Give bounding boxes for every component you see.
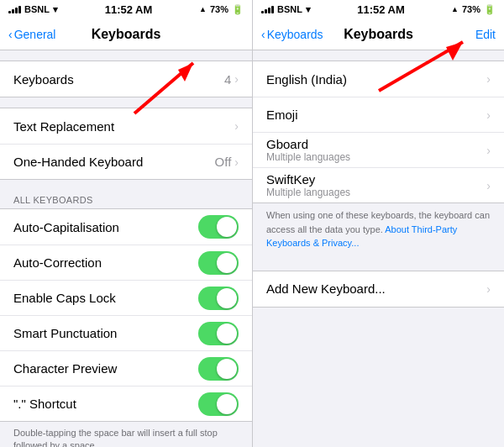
one-handed-value: Off — [215, 155, 232, 169]
emoji-label: Emoji — [266, 108, 486, 122]
signal-icon — [8, 5, 21, 13]
swiftkey-label: SwiftKey — [266, 172, 486, 187]
wifi-icon-2: ▾ — [306, 4, 311, 15]
back-button-2[interactable]: ‹ Keyboards — [261, 28, 323, 41]
emoji-cell[interactable]: Emoji › — [253, 97, 504, 132]
toggle-char-preview-switch[interactable] — [198, 357, 239, 381]
toggle-auto-cap[interactable]: Auto-Capitalisation — [0, 209, 252, 245]
one-handed-label: One-Handed Keyboard — [13, 155, 215, 169]
toggle-smart-punct-label: Smart Punctuation — [13, 326, 198, 340]
screen-2: BSNL ▾ 11:52 AM ▲ 73% 🔋 ‹ Keyboards Keyb… — [252, 0, 504, 447]
wifi-icon-1: ▾ — [53, 4, 58, 15]
keyboards-list-section: English (India) › Emoji › Gboard Multipl… — [253, 60, 504, 255]
one-handed-cell[interactable]: One-Handed Keyboard Off › — [0, 144, 252, 179]
status-right-1: ▲ 73% 🔋 — [199, 4, 244, 15]
gboard-chevron: › — [486, 144, 491, 157]
toggle-auto-corr[interactable]: Auto-Correction — [0, 245, 252, 280]
emoji-main: Emoji — [266, 108, 486, 122]
status-left-2: BSNL ▾ — [261, 4, 311, 15]
location-icon-2: ▲ — [451, 5, 459, 13]
english-india-cell[interactable]: English (India) › — [253, 61, 504, 97]
text-replacement-label: Text Replacement — [13, 119, 234, 134]
content-2: English (India) › Emoji › Gboard Multipl… — [253, 50, 504, 447]
signal-icon-2 — [261, 5, 274, 13]
top-section: Keyboards 4 › — [0, 60, 252, 97]
battery-label-1: 73% — [210, 4, 228, 14]
swiftkey-sublabel: Multiple languages — [266, 187, 486, 198]
toggle-caps-lock-switch[interactable] — [198, 287, 239, 310]
all-keyboards-header: ALL KEYBOARDS — [0, 195, 252, 208]
nav-title-1: Keyboards — [92, 27, 161, 42]
location-icon: ▲ — [199, 5, 207, 13]
status-left-1: BSNL ▾ — [8, 4, 58, 15]
toggle-auto-corr-switch[interactable] — [198, 251, 239, 275]
status-right-2: ▲ 73% 🔋 — [451, 4, 496, 15]
text-replacement-cell[interactable]: Text Replacement › — [0, 108, 252, 144]
status-bar-2: BSNL ▾ 11:52 AM ▲ 73% 🔋 — [253, 0, 504, 18]
add-keyboard-cell[interactable]: Add New Keyboard... › — [253, 271, 504, 307]
gboard-cell[interactable]: Gboard Multiple languages › — [253, 132, 504, 167]
gboard-label: Gboard — [266, 137, 486, 151]
toggle-smart-punct-switch[interactable] — [198, 322, 239, 345]
swiftkey-cell[interactable]: SwiftKey Multiple languages › — [253, 167, 504, 202]
all-keyboards-section: ALL KEYBOARDS Auto-Capitalisation Auto-C… — [0, 195, 252, 447]
carrier-label-2: BSNL — [277, 4, 302, 14]
toggle-smart-punct[interactable]: Smart Punctuation — [0, 315, 252, 350]
keyboards-cell-label: Keyboards — [13, 72, 224, 87]
middle-cell-group: Text Replacement › One-Handed Keyboard O… — [0, 108, 252, 180]
back-button-1[interactable]: ‹ General — [8, 28, 55, 41]
english-india-chevron: › — [486, 72, 491, 86]
back-label-2: Keyboards — [267, 28, 323, 41]
keyboards-cell-value: 4 — [224, 72, 231, 87]
privacy-text: When using one of these keyboards, the k… — [253, 203, 504, 255]
swiftkey-chevron: › — [486, 179, 491, 192]
keyboards-cell[interactable]: Keyboards 4 › — [0, 61, 252, 97]
nav-bar-2: ‹ Keyboards Keyboards Edit — [253, 18, 504, 50]
middle-section: Text Replacement › One-Handed Keyboard O… — [0, 108, 252, 180]
toggle-auto-corr-label: Auto-Correction — [13, 255, 198, 270]
battery-icon-2: 🔋 — [484, 4, 496, 15]
keyboard-footer: Double-tapping the space bar will insert… — [0, 422, 252, 447]
toggle-shortcut-label: "." Shortcut — [13, 397, 198, 411]
toggles-cell-group: Auto-Capitalisation Auto-Correction Enab… — [0, 208, 252, 422]
battery-label-2: 73% — [462, 4, 480, 14]
edit-button[interactable]: Edit — [475, 28, 496, 41]
toggle-shortcut[interactable]: "." Shortcut — [0, 386, 252, 421]
top-cell-group: Keyboards 4 › — [0, 60, 252, 97]
screen-1: BSNL ▾ 11:52 AM ▲ 73% 🔋 ‹ General Keyboa… — [0, 0, 252, 447]
add-keyboard-label: Add New Keyboard... — [266, 281, 486, 296]
keyboards-chevron: › — [234, 72, 239, 86]
status-bar-1: BSNL ▾ 11:52 AM ▲ 73% 🔋 — [0, 0, 252, 18]
toggle-shortcut-switch[interactable] — [198, 392, 239, 416]
carrier-label-1: BSNL — [24, 4, 50, 14]
keyboards-list-group: English (India) › Emoji › Gboard Multipl… — [253, 60, 504, 203]
time-label-2: 11:52 AM — [357, 3, 405, 16]
chevron-left-icon-2: ‹ — [261, 28, 265, 41]
gboard-sublabel: Multiple languages — [266, 151, 486, 163]
gboard-main: Gboard Multiple languages — [266, 137, 486, 163]
english-india-main: English (India) — [266, 72, 486, 87]
toggle-char-preview[interactable]: Character Preview — [0, 350, 252, 386]
toggle-auto-cap-label: Auto-Capitalisation — [13, 220, 198, 234]
battery-icon-1: 🔋 — [232, 4, 244, 15]
emoji-chevron: › — [486, 108, 491, 122]
nav-bar-1: ‹ General Keyboards — [0, 18, 252, 50]
chevron-left-icon-1: ‹ — [8, 28, 13, 41]
toggle-auto-cap-switch[interactable] — [198, 215, 239, 239]
content-1: Keyboards 4 › Text Replacement › One-Han… — [0, 50, 252, 447]
add-keyboard-group: Add New Keyboard... › — [253, 271, 504, 308]
time-label-1: 11:52 AM — [105, 3, 153, 16]
toggle-caps-lock[interactable]: Enable Caps Lock — [0, 280, 252, 315]
nav-title-2: Keyboards — [344, 27, 413, 42]
add-keyboard-chevron: › — [486, 282, 491, 296]
toggle-caps-lock-label: Enable Caps Lock — [13, 291, 198, 305]
one-handed-chevron: › — [234, 155, 239, 169]
add-keyboard-section: Add New Keyboard... › — [253, 271, 504, 308]
back-label-1: General — [14, 28, 56, 41]
privacy-link[interactable]: About Third-Party Keyboards & Privacy... — [266, 224, 457, 249]
swiftkey-main: SwiftKey Multiple languages — [266, 172, 486, 198]
text-replacement-chevron: › — [234, 119, 239, 133]
english-india-label: English (India) — [266, 72, 486, 87]
toggle-char-preview-label: Character Preview — [13, 361, 198, 376]
